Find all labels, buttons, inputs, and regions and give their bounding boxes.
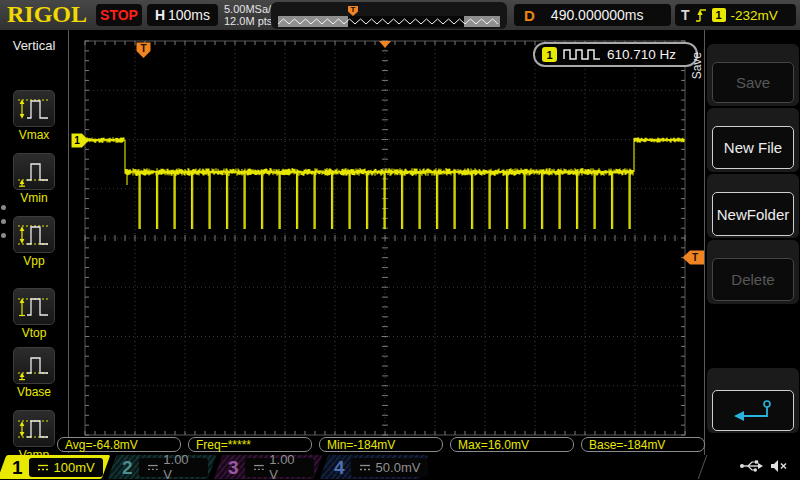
page-dot xyxy=(1,219,6,224)
right-menu: Save Save New File NewFolder Delete xyxy=(704,30,800,480)
channel-status-bar: 1 100mV 2 1.00 V xyxy=(0,455,800,480)
status-divider xyxy=(698,455,708,479)
menu-item-label: Vpp xyxy=(0,254,68,268)
trigger-position-marker[interactable]: T xyxy=(136,42,152,60)
measurement-min: Min=-184mV xyxy=(319,437,443,452)
channel4-indicator[interactable]: 4 50.0mV xyxy=(320,455,429,479)
menu-item-vtop[interactable]: Vtop xyxy=(0,288,68,340)
vmax-measure-icon xyxy=(16,94,52,124)
channel2-indicator[interactable]: 2 1.00 V xyxy=(108,455,217,479)
page-dot xyxy=(1,233,6,238)
channel4-scale: 50.0mV xyxy=(376,460,421,475)
channel1-indicator[interactable]: 1 100mV xyxy=(0,455,110,479)
vmin-button[interactable] xyxy=(13,153,55,190)
delete-button[interactable]: Delete xyxy=(712,258,794,301)
measurement-avg: Avg=-64.8mV xyxy=(57,437,181,452)
save-button[interactable]: Save xyxy=(712,62,794,103)
measurement-freq: Freq=***** xyxy=(188,437,312,452)
menu-item-label: Vbase xyxy=(0,385,68,399)
waveform-display xyxy=(0,0,800,480)
menu-item-label: Vtop xyxy=(0,326,68,340)
back-button[interactable] xyxy=(712,390,794,431)
channel2-scale: 1.00 V xyxy=(163,452,200,480)
status-icons xyxy=(739,459,788,473)
vbase-measure-icon xyxy=(16,351,52,381)
channel1-scale-box: 100mV xyxy=(29,458,103,477)
left-menu: Vertical Vmax Vmin xyxy=(0,30,69,453)
menu-item-vpp[interactable]: Vpp xyxy=(0,216,68,268)
channel2-number: 2 xyxy=(122,458,133,477)
svg-text:T: T xyxy=(692,252,698,263)
dc-coupling-icon xyxy=(359,463,371,472)
menu-item-vmin[interactable]: Vmin xyxy=(0,153,68,205)
channel4-scale-box: 50.0mV xyxy=(351,458,429,477)
menu-item-vmax[interactable]: Vmax xyxy=(0,90,68,142)
channel2-scale-box: 1.00 V xyxy=(139,458,208,477)
square-wave-icon xyxy=(563,48,601,61)
measurement-max: Max=16.0mV xyxy=(450,437,574,452)
vtop-button[interactable] xyxy=(13,288,55,325)
channel3-scale-box: 1.00 V xyxy=(245,458,314,477)
speaker-muted-icon xyxy=(770,459,788,473)
menu-item-label: Vmax xyxy=(0,128,68,142)
channel3-number: 3 xyxy=(228,458,239,477)
svg-text:T: T xyxy=(140,43,146,54)
vbase-button[interactable] xyxy=(13,347,55,384)
dc-coupling-icon xyxy=(253,463,265,472)
vamp-measure-icon xyxy=(16,414,52,444)
channel1-number: 1 xyxy=(12,458,23,477)
usb-icon xyxy=(739,459,763,473)
vmin-measure-icon xyxy=(16,157,52,187)
measurement-base: Base=-184mV xyxy=(581,437,705,452)
freq-counter-value: 610.710 Hz xyxy=(607,47,676,62)
channel4-number: 4 xyxy=(334,458,345,477)
vtop-measure-icon xyxy=(16,292,52,322)
svg-text:1: 1 xyxy=(74,135,80,146)
freq-counter: 1 610.710 Hz xyxy=(533,42,698,67)
channel3-indicator[interactable]: 3 1.00 V xyxy=(214,455,323,479)
menu-item-label: Vmin xyxy=(0,191,68,205)
new-file-button[interactable]: New File xyxy=(712,126,794,169)
menu-page-dots xyxy=(1,205,6,238)
horizontal-reference-marker xyxy=(378,41,392,49)
vpp-button[interactable] xyxy=(13,216,55,253)
channel3-scale: 1.00 V xyxy=(269,452,306,480)
freq-counter-source-badge: 1 xyxy=(542,47,557,62)
oscilloscope-screen: RIGOL STOP H 100ms 5.00MSa/s 12.0M pts T… xyxy=(0,0,800,480)
left-menu-title: Vertical xyxy=(0,38,68,53)
new-folder-button[interactable]: NewFolder xyxy=(712,192,794,236)
vamp-button[interactable] xyxy=(13,410,55,447)
right-menu-tab: Save xyxy=(690,52,704,79)
dc-coupling-icon xyxy=(147,463,159,472)
channel1-level-marker[interactable]: 1 xyxy=(71,133,89,148)
dc-coupling-icon xyxy=(37,463,49,472)
vpp-measure-icon xyxy=(16,220,52,250)
return-arrow-icon xyxy=(730,397,776,425)
page-dot xyxy=(1,205,6,210)
menu-item-vbase[interactable]: Vbase xyxy=(0,347,68,399)
channel1-scale: 100mV xyxy=(54,460,95,475)
vmax-button[interactable] xyxy=(13,90,55,127)
